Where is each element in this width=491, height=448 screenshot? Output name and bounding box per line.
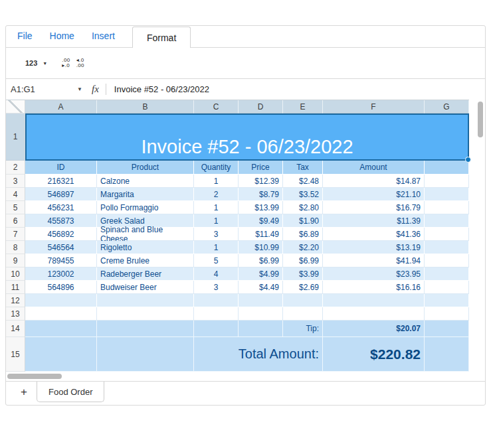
cell-amount[interactable]: $16.79	[323, 201, 425, 214]
cell-amount[interactable]: $21.10	[323, 188, 425, 201]
header-cell-product[interactable]: Product	[97, 161, 194, 175]
cell-empty[interactable]	[283, 294, 323, 307]
tab-insert[interactable]: Insert	[92, 31, 115, 47]
cell-price[interactable]: $8.79	[239, 188, 283, 201]
header-cell-price[interactable]: Price	[239, 161, 283, 175]
row-header-5[interactable]: 5	[6, 201, 25, 214]
row-header-13[interactable]: 13	[6, 307, 25, 321]
cell-price[interactable]: $12.39	[239, 175, 283, 188]
cell-empty[interactable]	[25, 337, 97, 372]
cell-empty[interactable]	[425, 201, 469, 214]
cell-quantity[interactable]: 3	[194, 228, 239, 241]
cell-empty[interactable]	[194, 321, 239, 337]
cell-empty[interactable]	[194, 307, 239, 321]
tab-home[interactable]: Home	[50, 31, 74, 47]
tip-value-cell[interactable]: $20.07	[323, 321, 425, 337]
cell-price[interactable]: $11.49	[239, 228, 283, 241]
cell-id[interactable]: 564896	[25, 281, 97, 294]
total-label-cell[interactable]: Total Amount:	[194, 337, 323, 372]
cell-empty[interactable]	[425, 228, 469, 241]
cell-empty[interactable]	[97, 294, 194, 307]
cell-quantity[interactable]: 2	[194, 188, 239, 201]
cell-quantity[interactable]: 1	[194, 241, 239, 254]
cell-tax[interactable]: $6.99	[283, 254, 323, 267]
row-header-12[interactable]: 12	[6, 294, 25, 307]
cell-amount[interactable]: $14.87	[323, 175, 425, 188]
cell-empty[interactable]	[25, 294, 97, 307]
row-header-6[interactable]: 6	[6, 214, 25, 228]
cell-id[interactable]: 123002	[25, 267, 97, 281]
row-header-9[interactable]: 9	[6, 254, 25, 267]
cell-quantity[interactable]: 1	[194, 214, 239, 228]
header-cell-id[interactable]: ID	[25, 161, 97, 175]
header-cell-quantity[interactable]: Quantity	[194, 161, 239, 175]
cell-id[interactable]: 455873	[25, 214, 97, 228]
select-all-corner[interactable]	[6, 100, 25, 113]
cell-amount[interactable]: $41.94	[323, 254, 425, 267]
cell-empty[interactable]	[425, 254, 469, 267]
cell-empty[interactable]	[323, 307, 425, 321]
add-sheet-button[interactable]: +	[15, 382, 33, 402]
row-header-8[interactable]: 8	[6, 241, 25, 254]
cell-empty[interactable]	[283, 307, 323, 321]
cell-tax[interactable]: $2.20	[283, 241, 323, 254]
merged-title-cell[interactable]: Invoice #52 - 06/23/2022	[25, 113, 469, 161]
cell-product[interactable]: Margarita	[97, 188, 194, 201]
cell-empty[interactable]	[239, 321, 283, 337]
cell-tax[interactable]: $6.89	[283, 228, 323, 241]
cell-quantity[interactable]: 4	[194, 267, 239, 281]
cell-quantity[interactable]: 3	[194, 281, 239, 294]
cell-product[interactable]: Budweiser Beer	[97, 281, 194, 294]
column-header-a[interactable]: A	[25, 100, 97, 113]
cell-id[interactable]: 216321	[25, 175, 97, 188]
row-header-11[interactable]: 11	[6, 281, 25, 294]
cell-product[interactable]: Pollo Formaggio	[97, 201, 194, 214]
cell-id[interactable]: 456892	[25, 228, 97, 241]
cell-product[interactable]: Creme Brulee	[97, 254, 194, 267]
tip-label-cell[interactable]: Tip:	[283, 321, 323, 337]
column-header-c[interactable]: C	[194, 100, 239, 113]
header-cell-tax[interactable]: Tax	[283, 161, 323, 175]
cell-empty[interactable]	[425, 337, 469, 372]
cell-empty[interactable]	[425, 294, 469, 307]
header-cell-amount[interactable]: Amount	[323, 161, 425, 175]
vertical-scrollbar[interactable]	[469, 100, 485, 372]
cell-empty[interactable]	[194, 294, 239, 307]
cell-price[interactable]: $10.99	[239, 241, 283, 254]
cell-price[interactable]: $4.99	[239, 267, 283, 281]
cell-product[interactable]: Radeberger Beer	[97, 267, 194, 281]
cell-price[interactable]: $4.49	[239, 281, 283, 294]
cell-empty[interactable]	[425, 281, 469, 294]
column-header-f[interactable]: F	[323, 100, 425, 113]
cell-empty[interactable]	[97, 337, 194, 372]
cell-price[interactable]: $9.49	[239, 214, 283, 228]
cell-empty[interactable]	[425, 307, 469, 321]
cell-empty[interactable]	[425, 321, 469, 337]
increase-decimal-button[interactable]: ◂.0 .00	[76, 58, 84, 68]
cell-quantity[interactable]: 1	[194, 175, 239, 188]
vertical-scrollbar-thumb[interactable]	[478, 102, 483, 137]
cell-empty[interactable]	[425, 267, 469, 281]
cell-id[interactable]: 789455	[25, 254, 97, 267]
decrease-decimal-button[interactable]: .00 ▸.0	[62, 58, 70, 68]
cell-price[interactable]: $13.99	[239, 201, 283, 214]
cell-empty[interactable]	[425, 214, 469, 228]
cell-empty[interactable]	[25, 307, 97, 321]
cell-id[interactable]: 546897	[25, 188, 97, 201]
row-header-10[interactable]: 10	[6, 267, 25, 281]
cell-empty[interactable]	[25, 321, 97, 337]
cell-amount[interactable]: $16.16	[323, 281, 425, 294]
cell-amount[interactable]: $11.39	[323, 214, 425, 228]
cell-tax[interactable]: $2.80	[283, 201, 323, 214]
cell-product[interactable]: Calzone	[97, 175, 194, 188]
cell-empty[interactable]	[323, 294, 425, 307]
cell-empty[interactable]	[425, 161, 469, 175]
number-format-dropdown[interactable]: 123 ▼	[25, 59, 47, 67]
row-header-4[interactable]: 4	[6, 188, 25, 201]
row-header-3[interactable]: 3	[6, 175, 25, 188]
cell-empty[interactable]	[97, 307, 194, 321]
row-header-2[interactable]: 2	[6, 161, 25, 175]
cell-id[interactable]: 456231	[25, 201, 97, 214]
column-header-e[interactable]: E	[283, 100, 323, 113]
column-header-b[interactable]: B	[97, 100, 194, 113]
